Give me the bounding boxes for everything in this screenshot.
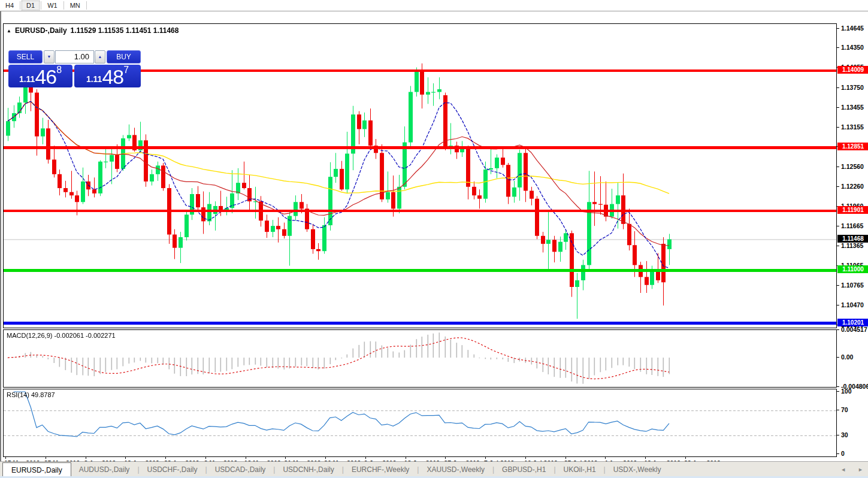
rsi-label: RSI(14) 49.8787 (7, 391, 55, 398)
buy-price-display[interactable]: 1.11 48 7 (74, 65, 141, 87)
volume-decrease-button[interactable]: ▼ (44, 50, 55, 63)
axis-tick-mark (365, 457, 366, 459)
chart-quote: 1.11529 1.11535 1.11451 1.11468 (71, 26, 179, 35)
axis-tick-mark (485, 457, 486, 459)
axis-tick-mark (325, 457, 326, 459)
chevron-down-icon: ▼ (47, 55, 52, 59)
sell-price-display[interactable]: 1.11 46 8 (8, 65, 72, 87)
price-chart-panel: ▲ EURUSD-,Daily 1.11529 1.11535 1.11451 … (3, 23, 837, 328)
chart-tab[interactable]: USDCHF-,Daily (140, 462, 205, 477)
axis-tick-mark (645, 457, 646, 459)
chart-tab[interactable]: XAUUSD-,Weekly (419, 462, 492, 477)
axis-tick-mark (837, 28, 839, 29)
price-level-tag: 1.10201 (837, 319, 868, 326)
chart-tab-active[interactable]: EURUSD-,Daily (2, 462, 71, 477)
price-tick-label: 30 (841, 431, 848, 438)
price-tick-label: 1.14645 (841, 25, 864, 32)
axis-tick-mark (837, 47, 839, 48)
chart-tab[interactable]: UKOil-,H1 (556, 462, 604, 477)
price-tick-label: 1.13455 (841, 104, 864, 111)
timeframe-button-H4[interactable]: H4 (0, 0, 19, 11)
chevron-up-icon: ▲ (98, 55, 102, 59)
axis-tick-mark (285, 457, 286, 459)
price-level-tag: 1.12851 (837, 143, 868, 150)
price-tick-label: 1.12560 (841, 163, 864, 170)
price-level-tag: 1.14009 (837, 66, 868, 74)
rsi-canvas[interactable] (4, 389, 836, 456)
price-tick-label: 1.11665 (841, 222, 863, 229)
price-tick-label: 1.10470 (841, 301, 864, 308)
buy-button[interactable]: BUY (107, 50, 141, 63)
axis-tick-mark (525, 457, 526, 459)
price-tick-label: 0 (841, 450, 845, 457)
axis-tick-mark (837, 391, 839, 392)
axis-tick-mark (837, 410, 839, 410)
timeframe-toolbar: H4D1W1MN (0, 0, 868, 11)
axis-tick-mark (837, 453, 839, 454)
axis-tick-mark (837, 167, 839, 167)
volume-input[interactable]: 1.00 (55, 50, 94, 63)
axis-tick-mark (445, 457, 446, 459)
axis-tick-mark (837, 305, 839, 305)
timeframe-button-D1[interactable]: D1 (21, 0, 40, 11)
axis-tick-mark (837, 329, 839, 330)
axis-tick-mark (837, 246, 839, 246)
chart-window: ▲ EURUSD-,Daily 1.11529 1.11535 1.11451 … (0, 11, 868, 461)
price-tick-label: 1.11365 (841, 242, 863, 249)
axis-tick-mark (406, 457, 406, 459)
buy-price-big: 48 (102, 69, 123, 86)
chart-tab[interactable]: USDCAD-,Daily (207, 462, 274, 477)
axis-tick-mark (5, 457, 6, 459)
axis-tick-mark (837, 127, 839, 128)
price-level-tag: 1.11468 (837, 235, 868, 243)
axis-tick-mark (565, 457, 566, 459)
axis-tick-mark (605, 457, 606, 459)
axis-tick-mark (837, 107, 839, 108)
axis-tick-mark (837, 226, 839, 226)
chart-header: ▲ EURUSD-,Daily 1.11529 1.11535 1.11451 … (7, 26, 179, 35)
price-tick-label: 0.004517 (841, 326, 867, 333)
timeframe-button-W1[interactable]: W1 (42, 0, 63, 11)
toolbar-separator (20, 1, 20, 10)
chart-tab[interactable]: USDCNH-,Daily (275, 462, 341, 477)
chart-tab[interactable]: EURCHF-,Weekly (344, 462, 417, 477)
toolbar-separator (41, 1, 41, 10)
buy-price-sup: 7 (123, 65, 129, 86)
price-tick-label: 1.13750 (841, 84, 864, 91)
axis-tick-mark (86, 457, 86, 459)
collapse-icon[interactable]: ▲ (7, 28, 11, 34)
axis-tick-mark (46, 457, 46, 459)
price-tick-label: 0.00 (841, 353, 853, 361)
price-tick-label: 70 (841, 406, 848, 413)
price-tick-label: 1.14350 (841, 44, 864, 51)
toolbar-separator (86, 1, 87, 10)
axis-tick-mark (837, 186, 839, 187)
sell-price-big: 46 (35, 69, 56, 86)
timeframe-button-MN[interactable]: MN (65, 0, 86, 11)
axis-tick-mark (125, 457, 126, 459)
axis-tick-mark (837, 285, 839, 286)
chart-title: EURUSD-,Daily (15, 26, 67, 35)
chart-tab[interactable]: AUDUSD-,Daily (71, 462, 138, 477)
macd-label: MACD(12,26,9) -0.002061 -0.002271 (7, 332, 116, 339)
rsi-panel: RSI(14) 49.8787 (3, 389, 837, 457)
axis-tick-mark (837, 87, 839, 88)
axis-tick-mark (685, 457, 686, 459)
one-click-trading-panel: SELL ▼ 1.00 ▲ BUY 1.11 46 8 1.11 48 7 (8, 50, 141, 87)
volume-increase-button[interactable]: ▲ (95, 50, 105, 63)
axis-tick-mark (165, 457, 166, 459)
price-tick-label: 1.10765 (841, 282, 864, 289)
macd-canvas[interactable] (4, 330, 836, 387)
axis-tick-mark (205, 457, 206, 459)
sell-price-prefix: 1.11 (19, 74, 35, 86)
price-level-tag: 1.11000 (837, 265, 868, 273)
chart-tab[interactable]: USDX-,Weekly (606, 462, 669, 477)
price-tick-label: 1.12260 (841, 183, 864, 190)
axis-tick-mark (837, 386, 839, 387)
chart-tab[interactable]: GBPUSD-,H1 (494, 462, 554, 477)
axis-tick-mark (837, 357, 839, 358)
axis-tick-mark (837, 435, 839, 435)
buy-price-prefix: 1.11 (86, 74, 102, 86)
price-tick-label: 100 (841, 388, 852, 395)
sell-button[interactable]: SELL (8, 50, 43, 63)
